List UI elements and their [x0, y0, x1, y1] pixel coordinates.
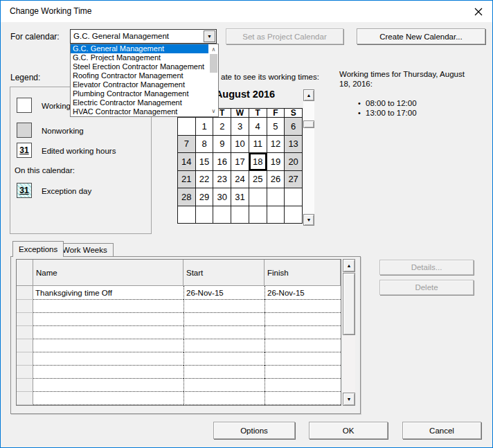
calendar-combobox[interactable]: G.C. General Management ▼ — [70, 29, 217, 44]
table-row-empty[interactable] — [17, 366, 341, 379]
empty-cell[interactable] — [33, 339, 183, 352]
empty-cell[interactable] — [265, 392, 341, 405]
dropdown-item[interactable]: G.C. General Management — [71, 44, 208, 53]
empty-cell[interactable] — [33, 352, 183, 366]
chevron-down-icon[interactable]: ▼ — [204, 30, 215, 42]
calendar-day[interactable]: 22 — [196, 171, 214, 189]
create-new-calendar-button[interactable]: Create New Calendar... — [357, 28, 485, 44]
calendar-scrollbar[interactable]: ▲ ▼ — [303, 89, 314, 226]
exception-finish-cell[interactable]: 26-Nov-15 — [265, 286, 341, 300]
table-row-empty[interactable] — [17, 392, 341, 405]
scroll-up-icon[interactable]: ▲ — [343, 259, 355, 272]
calendar-day[interactable]: 20 — [285, 153, 303, 171]
empty-cell[interactable] — [183, 313, 265, 326]
row-selector[interactable] — [17, 352, 33, 366]
chevron-down-icon[interactable]: ∨ — [209, 107, 218, 116]
calendar-day[interactable]: 15 — [196, 153, 214, 171]
table-row-empty[interactable] — [17, 326, 341, 339]
calendar-day[interactable]: 10 — [231, 136, 249, 154]
row-selector[interactable] — [17, 366, 33, 379]
scroll-up-icon[interactable]: ▲ — [303, 89, 314, 101]
empty-cell[interactable] — [183, 379, 265, 392]
calendar-day[interactable]: 5 — [267, 118, 285, 136]
calendar-day[interactable]: 28 — [178, 188, 196, 206]
row-selector[interactable] — [17, 286, 33, 300]
calendar-day[interactable]: 6 — [285, 118, 303, 136]
scroll-down-icon[interactable]: ▼ — [343, 393, 355, 406]
calendar-day[interactable]: 29 — [196, 188, 214, 206]
calendar-scrollbar-thumb[interactable] — [303, 120, 314, 128]
table-row-empty[interactable] — [17, 300, 341, 313]
table-row-empty[interactable] — [17, 339, 341, 352]
table-row-empty[interactable] — [17, 313, 341, 326]
dropdown-item[interactable]: HVAC Contractor Management — [71, 107, 208, 116]
table-row-empty[interactable] — [17, 379, 341, 392]
options-button[interactable]: Options — [213, 422, 295, 439]
dropdown-scrollbar[interactable]: ∧ ∨ — [209, 44, 218, 116]
empty-cell[interactable] — [265, 300, 341, 313]
calendar-day[interactable]: 9 — [213, 136, 231, 154]
tab-work-weeks[interactable]: Work Weeks — [56, 243, 114, 256]
calendar-day[interactable]: 14 — [178, 153, 196, 171]
empty-cell[interactable] — [183, 366, 265, 379]
row-selector[interactable] — [17, 339, 33, 352]
ok-button[interactable]: OK — [309, 422, 388, 439]
calendar-day[interactable]: 13 — [285, 136, 303, 154]
calendar-day[interactable]: 16 — [213, 153, 231, 171]
row-selector[interactable] — [17, 392, 33, 405]
table-scrollbar-thumb[interactable] — [343, 273, 355, 335]
empty-cell[interactable] — [265, 352, 341, 366]
calendar-day[interactable]: 26 — [267, 171, 285, 189]
column-header-finish[interactable]: Finish — [265, 260, 341, 286]
close-button[interactable] — [472, 5, 485, 19]
empty-cell[interactable] — [33, 379, 183, 392]
column-header-name[interactable]: Name — [33, 260, 183, 286]
dropdown-scrollbar-thumb[interactable] — [210, 54, 217, 73]
calendar-day[interactable]: 21 — [178, 171, 196, 189]
calendar-day[interactable]: 3 — [231, 118, 249, 136]
row-selector[interactable] — [17, 326, 33, 339]
chevron-up-icon[interactable]: ∧ — [209, 45, 218, 54]
column-header-start[interactable]: Start — [183, 260, 265, 286]
table-row[interactable]: Thanksgiving time Off 26-Nov-15 26-Nov-1… — [17, 286, 341, 300]
empty-cell[interactable] — [183, 339, 265, 352]
calendar-day[interactable]: 31 — [231, 188, 249, 206]
tab-exceptions[interactable]: Exceptions — [12, 241, 64, 257]
calendar-day[interactable]: 1 — [196, 118, 214, 136]
scroll-down-icon[interactable]: ▼ — [303, 214, 314, 226]
empty-cell[interactable] — [183, 326, 265, 339]
dropdown-item[interactable]: Steel Erection Contractor Management — [71, 62, 208, 71]
calendar-day[interactable]: 11 — [249, 136, 267, 154]
empty-cell[interactable] — [33, 392, 183, 405]
empty-cell[interactable] — [183, 300, 265, 313]
calendar-day[interactable]: 27 — [285, 171, 303, 189]
exceptions-table-scrollbar[interactable]: ▲ ▼ — [343, 259, 355, 406]
calendar-day[interactable]: 7 — [178, 136, 196, 154]
empty-cell[interactable] — [33, 366, 183, 379]
calendar-day[interactable]: 2 — [213, 118, 231, 136]
row-selector[interactable] — [17, 379, 33, 392]
calendar-day[interactable]: 19 — [267, 153, 285, 171]
empty-cell[interactable] — [183, 352, 265, 366]
empty-cell[interactable] — [33, 300, 183, 313]
calendar-day[interactable]: 17 — [231, 153, 249, 171]
cancel-button[interactable]: Cancel — [402, 422, 481, 439]
table-row-empty[interactable] — [17, 352, 341, 366]
dropdown-item[interactable]: Electric Contractor Management — [71, 98, 208, 107]
calendar-day[interactable]: 8 — [196, 136, 214, 154]
dropdown-item[interactable]: Plumbing Contractor Management — [71, 89, 208, 98]
calendar-day[interactable]: 25 — [249, 171, 267, 189]
empty-cell[interactable] — [183, 392, 265, 405]
calendar-day[interactable]: 12 — [267, 136, 285, 154]
empty-cell[interactable] — [265, 313, 341, 326]
empty-cell[interactable] — [265, 366, 341, 379]
calendar-day[interactable]: 23 — [213, 171, 231, 189]
calendar-day[interactable]: 24 — [231, 171, 249, 189]
empty-cell[interactable] — [265, 379, 341, 392]
empty-cell[interactable] — [33, 313, 183, 326]
row-selector[interactable] — [17, 300, 33, 313]
dropdown-item[interactable]: G.C. Project Management — [71, 53, 208, 62]
exception-start-cell[interactable]: 26-Nov-15 — [183, 286, 265, 300]
row-selector[interactable] — [17, 313, 33, 326]
dropdown-item[interactable]: Elevator Contractor Management — [71, 80, 208, 89]
